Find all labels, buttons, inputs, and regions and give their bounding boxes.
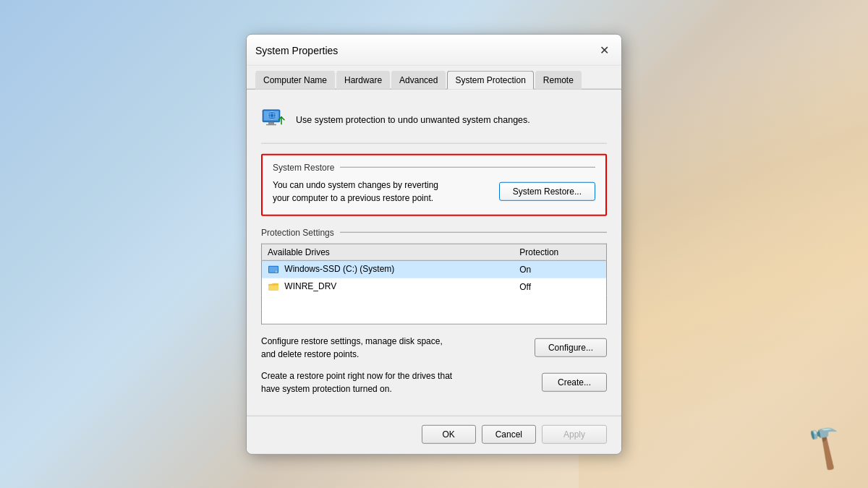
table-row[interactable]: WINRE_DRV Off — [262, 278, 607, 295]
drive-cell: WINRE_DRV — [262, 278, 514, 295]
create-button[interactable]: Create... — [542, 373, 607, 392]
empty-row — [262, 295, 607, 309]
restore-row: You can undo system changes by reverting… — [273, 178, 595, 204]
svg-rect-2 — [268, 121, 274, 124]
drive-icon — [268, 263, 279, 275]
protection-settings-section: Protection Settings Available Drives Pro… — [261, 227, 607, 325]
ok-button[interactable]: OK — [422, 425, 476, 444]
protection-cell: On — [514, 260, 606, 278]
tab-system-protection[interactable]: System Protection — [447, 70, 533, 89]
tab-bar: Computer Name Hardware Advanced System P… — [247, 65, 621, 89]
bottom-bar: OK Cancel Apply — [247, 416, 621, 454]
hammer-icon: 🔨 — [796, 418, 854, 474]
system-protection-icon — [261, 106, 287, 132]
restore-description: You can undo system changes by reverting… — [273, 178, 490, 204]
drive-name: Windows-SSD (C:) (System) — [284, 263, 394, 273]
system-restore-section: System Restore You can undo system chang… — [261, 153, 607, 215]
drive-name: WINRE_DRV — [284, 281, 336, 291]
configure-row: Configure restore settings, manage disk … — [261, 335, 607, 361]
system-properties-dialog: System Properties ✕ Computer Name Hardwa… — [246, 33, 622, 455]
svg-point-9 — [276, 270, 277, 272]
dialog-content: Use system protection to undo unwanted s… — [247, 89, 621, 416]
svg-point-4 — [268, 111, 276, 119]
header-section: Use system protection to undo unwanted s… — [261, 100, 607, 143]
folder-icon — [268, 281, 279, 292]
system-restore-button[interactable]: System Restore... — [499, 181, 595, 200]
close-button[interactable]: ✕ — [595, 41, 613, 59]
cancel-button[interactable]: Cancel — [482, 425, 536, 444]
tab-hardware[interactable]: Hardware — [336, 70, 390, 89]
create-description: Create a restore point right now for the… — [261, 369, 533, 395]
configure-button[interactable]: Configure... — [535, 338, 607, 357]
system-restore-title: System Restore — [273, 162, 595, 172]
drive-cell: Windows-SSD (C:) (System) — [262, 260, 514, 278]
protection-settings-title: Protection Settings — [261, 227, 607, 237]
protection-cell: Off — [514, 278, 606, 295]
tab-remote[interactable]: Remote — [535, 70, 582, 89]
col-available-drives: Available Drives — [262, 244, 514, 260]
table-row[interactable]: Windows-SSD (C:) (System) On — [262, 260, 607, 278]
drives-table: Available Drives Protection — [261, 243, 607, 325]
header-description: Use system protection to undo unwanted s… — [296, 114, 530, 124]
tab-computer-name[interactable]: Computer Name — [255, 70, 335, 89]
create-row: Create a restore point right now for the… — [261, 369, 607, 395]
empty-row — [262, 309, 607, 324]
configure-description: Configure restore settings, manage disk … — [261, 335, 526, 361]
apply-button[interactable]: Apply — [542, 425, 607, 444]
svg-rect-3 — [266, 124, 276, 125]
tab-advanced[interactable]: Advanced — [391, 70, 446, 89]
col-protection: Protection — [514, 244, 606, 260]
title-bar: System Properties ✕ — [247, 34, 621, 65]
dialog-title: System Properties — [255, 44, 338, 56]
